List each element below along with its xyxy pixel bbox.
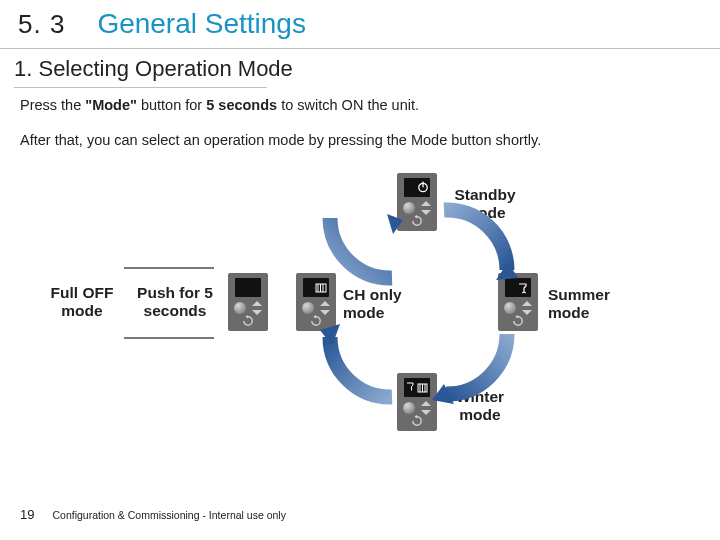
mode-knob-icon xyxy=(234,302,246,314)
reset-icon xyxy=(242,315,254,327)
reset-icon xyxy=(411,415,423,427)
divider xyxy=(0,48,720,49)
arrow-buttons-icon xyxy=(251,301,263,315)
body-line-2: After that, you can select an operation … xyxy=(20,132,541,148)
panel-screen-icon xyxy=(404,378,430,397)
text: button for xyxy=(137,97,206,113)
text: Press the xyxy=(20,97,85,113)
arrow-buttons-icon xyxy=(420,401,432,415)
text-bold: 5 seconds xyxy=(206,97,277,113)
arrow-buttons-icon xyxy=(319,301,331,315)
title-row: 5. 3 General Settings xyxy=(18,8,306,40)
label-ch-only: CH only mode xyxy=(343,286,423,323)
footer-text: Configuration & Commissioning - Internal… xyxy=(52,509,285,521)
label-full-off: Full OFF mode xyxy=(42,284,122,321)
cycle-arrow-icon xyxy=(432,200,517,289)
footer: 19 Configuration & Commissioning - Inter… xyxy=(20,507,286,522)
panel-screen-icon xyxy=(235,278,261,297)
cycle-arrow-icon xyxy=(432,322,517,411)
line-icon xyxy=(124,266,214,270)
line-icon xyxy=(124,336,214,340)
label-push-5s: Push for 5 seconds xyxy=(130,284,220,321)
section-number: 5. 3 xyxy=(18,9,65,40)
panel-screen-icon xyxy=(404,178,430,197)
page-number: 19 xyxy=(20,507,34,522)
reset-icon xyxy=(411,215,423,227)
section-title: General Settings xyxy=(97,8,306,40)
label-summer: Summer mode xyxy=(548,286,628,323)
page: 5. 3 General Settings 1. Selecting Opera… xyxy=(0,0,720,540)
cycle-arrow-icon xyxy=(320,200,405,289)
mode-diagram: Full OFF mode Push for 5 seconds xyxy=(0,170,720,480)
mode-knob-icon xyxy=(504,302,516,314)
arrow-buttons-icon xyxy=(521,301,533,315)
mode-knob-icon xyxy=(302,302,314,314)
arrow-buttons-icon xyxy=(420,201,432,215)
cycle-arrow-icon xyxy=(320,322,405,411)
controller-panel-off xyxy=(228,273,268,331)
text-bold: "Mode" xyxy=(85,97,137,113)
subheading-underline xyxy=(14,87,267,88)
body-line-1: Press the "Mode" button for 5 seconds to… xyxy=(20,97,419,113)
text: to switch ON the unit. xyxy=(277,97,419,113)
subheading: 1. Selecting Operation Mode xyxy=(14,56,293,82)
